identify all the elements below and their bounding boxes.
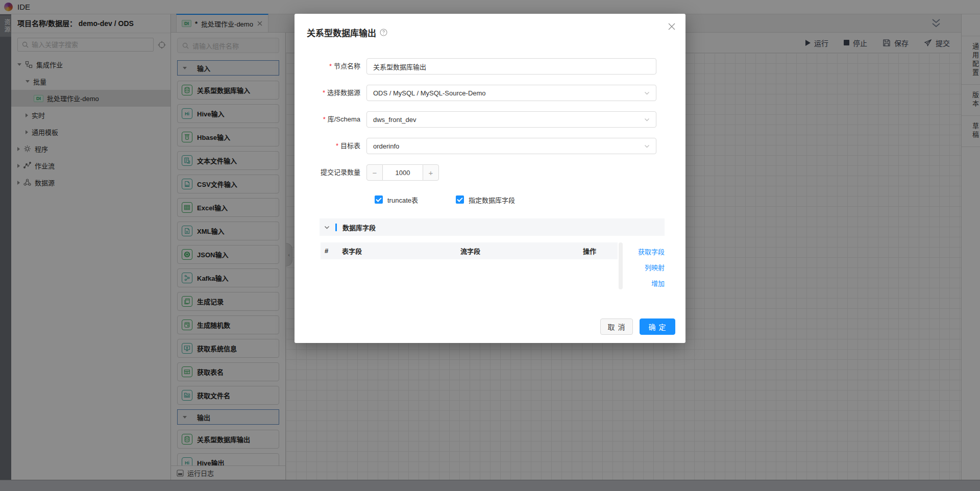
chevron-down-icon <box>644 90 650 96</box>
chevron-down-icon <box>644 143 650 149</box>
field-label: 目标表 <box>340 142 360 150</box>
dialog-title: 关系型数据库输出 <box>307 26 376 39</box>
section-accent-bar <box>335 224 337 231</box>
column-header-actions: 操作 <box>583 246 614 256</box>
stepper-value[interactable]: 1000 <box>383 164 423 181</box>
required-marker: * <box>323 89 325 96</box>
target-table-select[interactable]: orderinfo <box>366 138 656 154</box>
get-fields-link[interactable]: 获取字段 <box>638 247 665 256</box>
selected-value: ODS / MySQL / MySQL-Source-Demo <box>373 89 486 97</box>
form-row-target-table: *目标表 orderinfo <box>295 138 685 154</box>
checkbox-row: truncate表 指定数据库字段 <box>375 194 685 205</box>
form-row-schema: *库/Schema dws_front_dev <box>295 111 685 128</box>
chevron-down-icon[interactable] <box>324 225 330 230</box>
help-icon[interactable] <box>380 29 387 36</box>
db-fields-section-header[interactable]: 数据库字段 <box>320 218 665 236</box>
table-empty-body <box>321 259 618 290</box>
truncate-checkbox-group[interactable]: truncate表 <box>375 195 418 205</box>
stepper-plus-button[interactable]: + <box>423 164 439 181</box>
stepper-minus-button[interactable]: − <box>366 164 383 181</box>
column-header-index: # <box>321 247 338 255</box>
column-header-table-field: 表字段 <box>338 246 460 256</box>
truncate-checkbox[interactable] <box>375 195 383 204</box>
db-fields-table-zone: # 表字段 流字段 操作 获取字段 列映射 增加 <box>321 242 665 319</box>
commit-count-stepper: − 1000 + <box>366 164 439 181</box>
field-label: 提交记录数量 <box>321 168 360 176</box>
cancel-button[interactable]: 取 消 <box>600 318 633 335</box>
ide-app: IDE 资源 项目名称/数据层： demo-dev / ODS <box>0 0 980 491</box>
specify-fields-checkbox-group[interactable]: 指定数据库字段 <box>456 195 515 205</box>
close-icon[interactable] <box>668 23 675 30</box>
table-scrollbar[interactable] <box>619 242 623 289</box>
required-marker: * <box>336 142 338 150</box>
checkbox-label: 指定数据库字段 <box>469 195 515 205</box>
selected-value: orderinfo <box>373 142 399 150</box>
selected-value: dws_front_dev <box>373 116 416 124</box>
add-row-link[interactable]: 增加 <box>651 278 665 288</box>
required-marker: * <box>329 62 332 70</box>
field-label: 选择数据源 <box>327 89 360 96</box>
datasource-select[interactable]: ODS / MySQL / MySQL-Source-Demo <box>366 85 656 101</box>
column-mapping-link[interactable]: 列映射 <box>645 262 665 272</box>
dialog-header: 关系型数据库输出 <box>295 14 685 39</box>
field-label: 库/Schema <box>328 115 360 123</box>
form-row-datasource: *选择数据源 ODS / MySQL / MySQL-Source-Demo <box>295 85 685 101</box>
form-row-node-name: *节点名称 <box>295 58 685 75</box>
required-marker: * <box>323 115 326 123</box>
schema-select[interactable]: dws_front_dev <box>366 111 656 128</box>
section-title: 数据库字段 <box>342 223 376 232</box>
checkbox-label: truncate表 <box>387 195 418 205</box>
ok-button[interactable]: 确 定 <box>640 318 675 335</box>
chevron-down-icon <box>644 117 650 122</box>
rdb-output-dialog: 关系型数据库输出 *节点名称 *选择数据源 ODS / MySQL / MySQ… <box>295 14 685 343</box>
dialog-footer: 取 消 确 定 <box>600 318 675 335</box>
table-header-row: # 表字段 流字段 操作 <box>321 242 618 259</box>
column-header-stream-field: 流字段 <box>460 246 583 256</box>
node-name-input[interactable] <box>373 63 650 70</box>
form-row-commit-count: 提交记录数量 − 1000 + <box>295 164 685 181</box>
specify-fields-checkbox[interactable] <box>456 195 464 204</box>
node-name-field[interactable] <box>366 58 656 75</box>
dialog-form: *节点名称 *选择数据源 ODS / MySQL / MySQL-Source-… <box>295 39 685 319</box>
field-label: 节点名称 <box>334 62 360 70</box>
db-fields-table: # 表字段 流字段 操作 <box>321 242 618 290</box>
table-action-links: 获取字段 列映射 增加 <box>638 247 665 288</box>
